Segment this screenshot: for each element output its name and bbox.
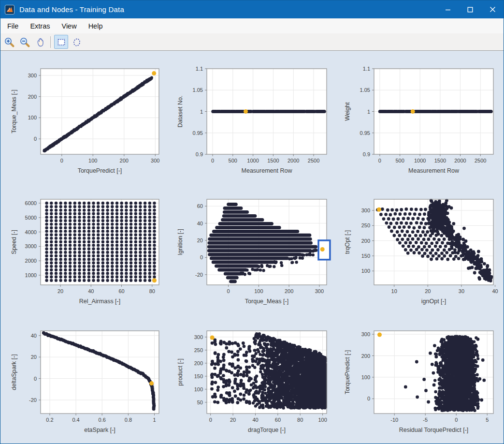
y-axis-label: Speed [-]: [11, 230, 17, 254]
selected-point-marker[interactable]: [149, 381, 154, 385]
y-tick-label: 60: [197, 203, 203, 209]
x-tick-label: 0.4: [72, 417, 79, 423]
x-tick-label: 300: [315, 288, 324, 294]
x-tick-label: 30: [459, 288, 464, 294]
scatter-points: [378, 110, 493, 113]
x-tick-label: 1000: [414, 158, 426, 163]
x-tick-label: 0: [378, 158, 381, 163]
y-tick-label: 200: [194, 360, 203, 366]
y-axis-label: Dataset No.: [177, 95, 184, 127]
menu-view[interactable]: View: [56, 22, 82, 30]
x-axis-label: dragTorque [-]: [248, 427, 286, 433]
y-tick-label: 1: [367, 109, 370, 115]
x-tick-label: 5: [486, 417, 489, 423]
x-tick-label: 0: [211, 158, 214, 163]
x-tick-label: 300: [151, 158, 159, 163]
plot-canvas-trqopt-vs-ignopt[interactable]: 10203040100150200250300ignOpt [-]trqOpt …: [338, 193, 499, 308]
y-tick-label: 1.1: [196, 66, 203, 72]
toolbar: [0, 33, 504, 51]
plot-canvas-ignition-vs-torque-meas[interactable]: 0100200300-200204060Torque_Meas [-]Ignit…: [171, 193, 332, 308]
plot-canvas-weight-vs-measurement-row[interactable]: 050010001500200025000.90.9511.051.1Measu…: [338, 63, 499, 178]
plot-canvas-product-vs-dragtorque[interactable]: 02040608010050100150200250300dragTorque …: [171, 325, 332, 437]
plot-canvas-dataset-no-vs-measurement-row[interactable]: 050010001500200025000.90.9511.051.1Measu…: [171, 63, 332, 178]
selected-point-marker[interactable]: [411, 109, 415, 114]
close-button[interactable]: [481, 0, 504, 18]
titlebar[interactable]: Data and Nodes - Training Data: [0, 0, 504, 18]
plot-canvas-speed-vs-rel-airmass[interactable]: 20406080100020003000400050006000Rel_Airm…: [4, 193, 165, 308]
toolbar-separator: [50, 36, 51, 48]
y-tick-label: 150: [361, 253, 370, 259]
x-axis-label: ignOpt [-]: [421, 298, 446, 305]
y-tick-label: 20: [197, 237, 203, 243]
rubberband-ellipse-tool[interactable]: [70, 35, 84, 49]
subplot-speed-vs-rel-airmass[interactable]: 20406080100020003000400050006000Rel_Airm…: [4, 193, 165, 310]
y-axis-label: Weight: [344, 102, 351, 121]
subplot-torque-meas-vs-torque-predict[interactable]: 01002003000100200300TorquePredict [-]Tor…: [4, 63, 165, 179]
menu-file[interactable]: File: [1, 22, 24, 30]
menu-extras[interactable]: Extras: [24, 22, 56, 30]
x-tick-label: 0.2: [46, 417, 53, 423]
x-tick-label: 2000: [288, 158, 299, 163]
app-window: Data and Nodes - Training Data FileExtra…: [0, 0, 504, 444]
selected-point-marker[interactable]: [377, 207, 381, 212]
x-tick-label: 40: [88, 288, 94, 294]
x-tick-label: 100: [318, 417, 327, 423]
subplot-dataset-no-vs-measurement-row[interactable]: 050010001500200025000.90.9511.051.1Measu…: [171, 63, 332, 179]
subplot-ignition-vs-torque-meas[interactable]: 0100200300-200204060Torque_Meas [-]Ignit…: [171, 193, 332, 310]
subplot-trqopt-vs-ignopt[interactable]: 10203040100150200250300ignOpt [-]trqOpt …: [338, 193, 499, 310]
maximize-button[interactable]: [459, 0, 481, 18]
x-tick-label: 20: [230, 417, 236, 423]
y-tick-label: 0.9: [196, 151, 203, 157]
subplot-deltaspark-vs-etaspark[interactable]: 0.20.40.60.81-2002040etaSpark [-]deltaSp…: [4, 325, 165, 439]
x-tick-label: 0.6: [99, 417, 106, 423]
y-axis-label: product [-]: [177, 358, 184, 385]
zoom-in-tool[interactable]: [2, 35, 16, 49]
plot-canvas-torquepredict-vs-residual[interactable]: -10-5050100200300Residual TorquePredict …: [338, 325, 499, 437]
subplot-torquepredict-vs-residual[interactable]: -10-5050100200300Residual TorquePredict …: [338, 325, 499, 439]
zoom-out-tool[interactable]: [17, 35, 31, 49]
plot-canvas-torque-meas-vs-torque-predict[interactable]: 01002003000100200300TorquePredict [-]Tor…: [4, 63, 165, 178]
y-axis-label: trqOpt [-]: [344, 230, 351, 254]
y-tick-label: 0: [200, 254, 203, 260]
x-axis-label: Torque_Meas [-]: [245, 298, 288, 305]
y-tick-label: 20: [31, 354, 37, 360]
selected-point-marker[interactable]: [152, 278, 157, 282]
y-tick-label: -20: [29, 397, 37, 403]
y-tick-label: 1: [200, 109, 203, 115]
selected-point-marker[interactable]: [152, 71, 156, 75]
x-tick-label: 2500: [475, 158, 486, 163]
figure-client-area[interactable]: 01002003000100200300TorquePredict [-]Tor…: [0, 51, 504, 444]
selected-point-marker[interactable]: [377, 333, 382, 337]
x-tick-label: 40: [252, 417, 258, 423]
x-tick-label: 200: [120, 158, 129, 163]
y-tick-label: 0.9: [363, 151, 370, 157]
y-tick-label: 100: [361, 374, 370, 380]
y-tick-label: 0: [34, 376, 37, 382]
subplot-product-vs-dragtorque[interactable]: 02040608010050100150200250300dragTorque …: [171, 325, 332, 439]
menu-help[interactable]: Help: [83, 22, 109, 30]
y-tick-label: 300: [361, 207, 370, 213]
x-tick-label: 2000: [454, 158, 466, 163]
plot-canvas-deltaspark-vs-etaspark[interactable]: 0.20.40.60.81-2002040etaSpark [-]deltaSp…: [4, 325, 165, 437]
x-tick-label: 1: [153, 417, 156, 423]
x-tick-label: 60: [275, 417, 281, 423]
subplot-weight-vs-measurement-row[interactable]: 050010001500200025000.90.9511.051.1Measu…: [338, 63, 499, 179]
x-tick-label: 40: [492, 288, 498, 294]
y-tick-label: 150: [194, 373, 203, 379]
selected-point-marker[interactable]: [320, 247, 325, 252]
x-tick-label: 10: [391, 288, 397, 294]
rubberband-rectangle-tool[interactable]: [54, 35, 68, 49]
selected-point-marker[interactable]: [210, 336, 215, 340]
y-axis-label: deltaSpark [-]: [11, 354, 17, 390]
x-tick-label: 1500: [434, 158, 446, 163]
x-tick-label: 0: [60, 158, 63, 163]
y-tick-label: 1.05: [360, 87, 370, 93]
y-tick-label: 40: [31, 333, 37, 339]
y-tick-label: 100: [28, 115, 37, 120]
pan-tool[interactable]: [33, 35, 47, 49]
x-tick-label: 20: [425, 288, 431, 294]
selected-point-marker[interactable]: [244, 109, 248, 114]
x-axis-label: Measurement Row: [242, 167, 293, 174]
minimize-button[interactable]: [437, 0, 459, 18]
x-tick-label: 500: [395, 158, 404, 163]
